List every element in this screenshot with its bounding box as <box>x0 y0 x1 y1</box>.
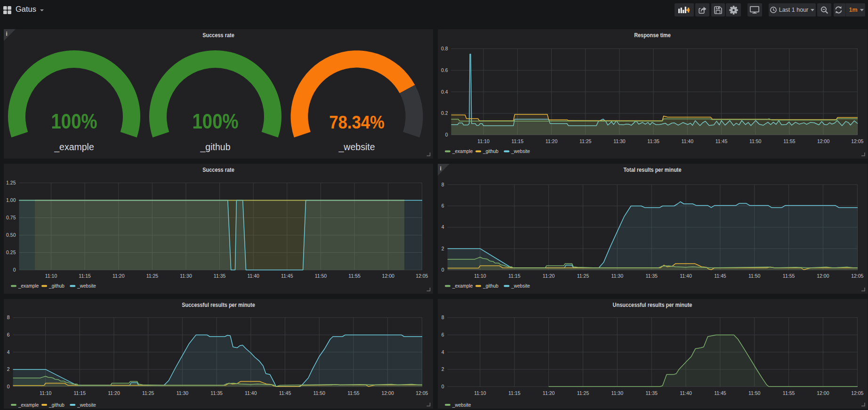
svg-text:1.25: 1.25 <box>6 180 16 185</box>
svg-text:11:35: 11:35 <box>214 273 226 279</box>
svg-text:1.00: 1.00 <box>6 197 16 203</box>
svg-text:11:25: 11:25 <box>146 273 159 279</box>
svg-text:4: 4 <box>441 349 444 354</box>
svg-text:6: 6 <box>7 331 10 337</box>
svg-text:11:35: 11:35 <box>645 390 658 396</box>
svg-text:11:30: 11:30 <box>180 273 192 279</box>
svg-text:11:40: 11:40 <box>680 273 692 279</box>
svg-text:11:50: 11:50 <box>749 138 761 144</box>
svg-text:11:25: 11:25 <box>577 273 589 279</box>
svg-text:2: 2 <box>441 245 444 251</box>
svg-text:12:00: 12:00 <box>382 273 394 279</box>
svg-text:i: i <box>440 165 441 172</box>
svg-text:11:15: 11:15 <box>508 273 521 279</box>
svg-text:11:45: 11:45 <box>714 390 726 396</box>
svg-text:8: 8 <box>7 314 10 320</box>
svg-text:11:40: 11:40 <box>247 273 259 279</box>
svg-text:_github: _github <box>482 283 498 289</box>
svg-text:2: 2 <box>441 366 444 372</box>
svg-text:Success rate: Success rate <box>202 32 234 38</box>
svg-text:11:45: 11:45 <box>715 138 727 144</box>
svg-text:11:55: 11:55 <box>783 138 796 144</box>
svg-text:11:35: 11:35 <box>645 273 658 279</box>
svg-text:11:20: 11:20 <box>542 390 555 396</box>
svg-text:11:40: 11:40 <box>680 390 692 396</box>
svg-text:_example: _example <box>18 283 39 289</box>
svg-text:11:45: 11:45 <box>279 390 291 396</box>
svg-text:4: 4 <box>7 349 10 354</box>
svg-text:11:50: 11:50 <box>315 273 327 279</box>
svg-text:11:50: 11:50 <box>748 390 760 396</box>
svg-text:11:45: 11:45 <box>281 273 293 279</box>
svg-text:Total results per minute: Total results per minute <box>623 166 682 173</box>
svg-text:11:40: 11:40 <box>245 390 257 396</box>
svg-text:12:05: 12:05 <box>851 390 863 396</box>
svg-text:11:20: 11:20 <box>113 273 125 279</box>
svg-text:11:45: 11:45 <box>714 273 726 279</box>
svg-text:11:55: 11:55 <box>348 273 361 279</box>
svg-text:_example: _example <box>452 283 473 289</box>
svg-text:0.2: 0.2 <box>441 110 448 116</box>
svg-text:0.50: 0.50 <box>6 232 16 238</box>
svg-text:11:55: 11:55 <box>782 390 795 396</box>
svg-text:4: 4 <box>441 224 444 230</box>
svg-text:_github: _github <box>48 283 64 289</box>
svg-text:6: 6 <box>441 203 444 209</box>
svg-text:12:00: 12:00 <box>817 273 829 279</box>
svg-text:11:55: 11:55 <box>782 273 795 279</box>
svg-text:11:10: 11:10 <box>474 273 486 279</box>
svg-text:12:00: 12:00 <box>381 390 394 396</box>
svg-text:100%: 100% <box>193 109 239 133</box>
svg-text:11:15: 11:15 <box>79 273 91 279</box>
svg-text:_github: _github <box>482 149 498 154</box>
svg-text:11:25: 11:25 <box>579 138 591 144</box>
svg-text:0: 0 <box>445 132 448 137</box>
svg-text:6: 6 <box>441 331 444 337</box>
svg-text:11:10: 11:10 <box>477 138 490 144</box>
svg-text:12:00: 12:00 <box>817 138 829 144</box>
svg-text:0: 0 <box>441 267 444 273</box>
svg-text:11:30: 11:30 <box>611 390 623 396</box>
svg-text:_website: _website <box>338 142 375 153</box>
svg-text:0.6: 0.6 <box>441 67 448 72</box>
svg-text:0.4: 0.4 <box>441 88 448 94</box>
svg-text:11:25: 11:25 <box>142 390 154 396</box>
svg-text:12:05: 12:05 <box>416 390 428 396</box>
svg-text:0.75: 0.75 <box>6 215 16 220</box>
svg-text:_example: _example <box>18 402 39 407</box>
svg-text:12:05: 12:05 <box>851 273 863 279</box>
svg-text:11:35: 11:35 <box>210 390 223 396</box>
svg-text:8: 8 <box>441 314 444 320</box>
svg-text:0.8: 0.8 <box>441 46 448 51</box>
svg-text:12:05: 12:05 <box>416 273 428 279</box>
svg-text:11:20: 11:20 <box>545 138 557 144</box>
svg-text:11:15: 11:15 <box>74 390 86 396</box>
svg-text:12:05: 12:05 <box>851 138 863 144</box>
svg-text:Successful results per minute: Successful results per minute <box>182 301 255 308</box>
svg-text:11:30: 11:30 <box>611 273 623 279</box>
svg-text:11:50: 11:50 <box>748 273 760 279</box>
svg-text:11:25: 11:25 <box>577 390 589 396</box>
svg-text:11:55: 11:55 <box>347 390 360 396</box>
svg-text:11:35: 11:35 <box>647 138 659 144</box>
svg-text:11:15: 11:15 <box>508 390 521 396</box>
svg-text:8: 8 <box>441 181 444 187</box>
svg-text:_website: _website <box>77 283 96 289</box>
svg-text:_github: _github <box>200 142 231 153</box>
svg-text:0: 0 <box>441 383 444 389</box>
svg-text:11:15: 11:15 <box>511 138 523 144</box>
svg-text:_website: _website <box>511 283 530 289</box>
svg-text:11:40: 11:40 <box>681 138 693 144</box>
svg-text:11:10: 11:10 <box>45 273 57 279</box>
svg-text:11:20: 11:20 <box>108 390 120 396</box>
svg-text:100%: 100% <box>51 109 97 133</box>
svg-text:12:00: 12:00 <box>817 390 829 396</box>
svg-text:11:10: 11:10 <box>40 390 52 396</box>
svg-text:11:20: 11:20 <box>542 273 555 279</box>
svg-text:_website: _website <box>452 402 471 407</box>
svg-text:11:30: 11:30 <box>177 390 189 396</box>
svg-text:i: i <box>6 31 8 37</box>
svg-text:_website: _website <box>77 402 96 407</box>
svg-text:11:30: 11:30 <box>613 138 626 144</box>
svg-text:0: 0 <box>13 267 16 273</box>
